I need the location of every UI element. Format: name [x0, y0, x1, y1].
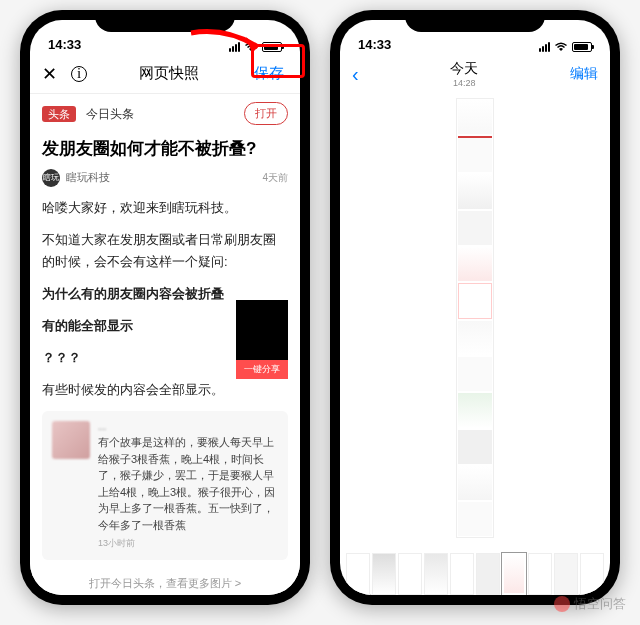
share-label: 一键分享: [236, 360, 288, 379]
paragraph: 有些时候发的内容会全部显示。: [30, 379, 300, 411]
edit-button[interactable]: 编辑: [570, 65, 598, 83]
author-name[interactable]: 瞎玩科技: [66, 170, 110, 185]
quote-text: 有个故事是这样的，要猴人每天早上给猴子3根香蕉，晚上4根，时间长了，猴子嫌少，罢…: [98, 434, 278, 533]
status-icons: [539, 42, 592, 52]
thumbnail[interactable]: [450, 553, 474, 595]
save-button[interactable]: 保存: [250, 62, 288, 85]
phone-right: 14:33 ‹ 今天 14:28 编辑: [330, 10, 620, 605]
paragraph: 不知道大家在发朋友圈或者日常刷朋友圈的时候，会不会有这样一个疑问:: [30, 229, 300, 283]
screen-right: 14:33 ‹ 今天 14:28 编辑: [340, 20, 610, 595]
phone-left: 14:33 ✕ i 网页快照 保存 头条 今日头条: [20, 10, 310, 605]
screen-left: 14:33 ✕ i 网页快照 保存 头条 今日头条: [30, 20, 300, 595]
thumbnail[interactable]: [398, 553, 422, 595]
article-title: 发朋友圈如何才能不被折叠?: [30, 133, 300, 169]
quote-box[interactable]: ... 有个故事是这样的，要猴人每天早上给猴子3根香蕉，晚上4根，时间长了，猴子…: [42, 411, 288, 560]
battery-icon: [572, 42, 592, 52]
thumbnail[interactable]: [372, 553, 396, 595]
thumbnail[interactable]: [476, 553, 500, 595]
long-screenshot-image[interactable]: [456, 98, 494, 538]
share-widget[interactable]: 一键分享: [236, 300, 288, 379]
quote-thumbnail: [52, 421, 90, 459]
info-icon[interactable]: i: [71, 66, 87, 82]
post-time: 4天前: [262, 171, 288, 185]
watermark: 悟空问答: [554, 595, 626, 613]
quote-time: 13小时前: [98, 537, 278, 550]
nav-bar: ✕ i 网页快照 保存: [30, 54, 300, 94]
wifi-icon: [554, 42, 568, 52]
thumbnail[interactable]: [424, 553, 448, 595]
status-time: 14:33: [358, 37, 391, 52]
thumbnail[interactable]: [580, 553, 604, 595]
more-link[interactable]: 打开今日头条，查看更多图片 >: [30, 570, 300, 595]
thumbnail[interactable]: [554, 553, 578, 595]
photos-nav: ‹ 今天 14:28 编辑: [340, 54, 610, 94]
status-icons: [229, 42, 282, 52]
share-preview: [236, 300, 288, 360]
thumbnail[interactable]: [346, 553, 370, 595]
open-button[interactable]: 打开: [244, 102, 288, 125]
photos-title: 今天: [450, 60, 478, 78]
signal-icon: [539, 42, 550, 52]
author-avatar[interactable]: 瞎玩: [42, 169, 60, 187]
close-icon[interactable]: ✕: [42, 63, 57, 85]
photo-viewer[interactable]: [340, 94, 610, 549]
battery-icon: [262, 42, 282, 52]
toutiao-badge: 头条: [42, 106, 76, 122]
nav-title: 网页快照: [139, 64, 199, 83]
back-button[interactable]: ‹: [352, 63, 359, 86]
quote-user: ...: [98, 421, 278, 432]
thumbnail-strip[interactable]: [340, 549, 610, 595]
thumbnail-active[interactable]: [502, 553, 526, 595]
notch: [95, 10, 235, 32]
thumbnail[interactable]: [528, 553, 552, 595]
photos-subtitle: 14:28: [450, 78, 478, 88]
wifi-icon: [244, 42, 258, 52]
article-content[interactable]: 头条 今日头条 打开 发朋友圈如何才能不被折叠? 瞎玩 瞎玩科技 4天前 哈喽大…: [30, 94, 300, 595]
watermark-text: 悟空问答: [574, 595, 626, 613]
notch: [405, 10, 545, 32]
toutiao-label: 今日头条: [86, 107, 134, 121]
author-row: 瞎玩 瞎玩科技 4天前: [30, 169, 300, 197]
toutiao-header: 头条 今日头条 打开: [30, 94, 300, 133]
watermark-icon: [554, 596, 570, 612]
status-time: 14:33: [48, 37, 81, 52]
paragraph: 哈喽大家好，欢迎来到瞎玩科技。: [30, 197, 300, 229]
signal-icon: [229, 42, 240, 52]
